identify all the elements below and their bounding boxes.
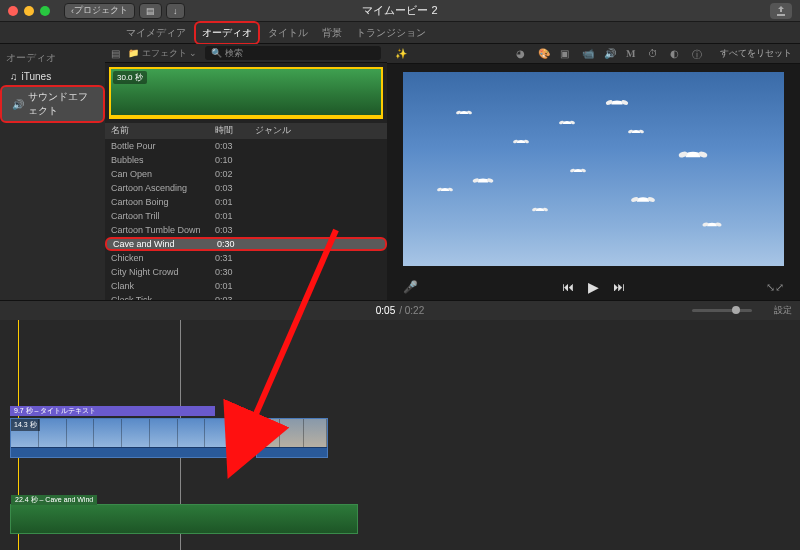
list-item[interactable]: Clock Tick0:03 bbox=[105, 293, 387, 300]
list-item[interactable]: Cartoon Ascending0:03 bbox=[105, 181, 387, 195]
list-item[interactable]: Cartoon Boing0:01 bbox=[105, 195, 387, 209]
play-button[interactable]: ▶ bbox=[588, 279, 599, 295]
timeline-settings[interactable]: 設定 bbox=[774, 304, 792, 317]
transition-button[interactable]: ⇆ bbox=[238, 430, 254, 446]
tab-audio[interactable]: オーディオ bbox=[194, 21, 260, 45]
window-title: マイムービー 2 bbox=[362, 3, 437, 18]
window-controls bbox=[8, 6, 50, 16]
tab-my-media[interactable]: マイメディア bbox=[120, 23, 192, 43]
folder-icon: 📁 bbox=[128, 48, 139, 58]
reset-button[interactable]: すべてをリセット bbox=[720, 47, 792, 60]
row-time: 0:03 bbox=[215, 141, 255, 151]
audio-sidebar: オーディオ ♫ iTunes 🔊 サウンドエフェクト bbox=[0, 44, 105, 300]
row-time: 0:31 bbox=[215, 253, 255, 263]
sidebar-item-itunes[interactable]: ♫ iTunes bbox=[0, 68, 105, 85]
video-clip-2[interactable] bbox=[256, 418, 328, 458]
sidebar-itunes-label: iTunes bbox=[22, 71, 52, 82]
viewer-toolbar: ✨ ◕ 🎨 ▣ 📹 🔊 𝚳 ⏱ ◐ ⓘ すべてをリセット bbox=[387, 44, 800, 64]
titlebar: ‹ プロジェクト ▤ ↓ マイムービー 2 bbox=[0, 0, 800, 22]
list-item[interactable]: Bubbles0:10 bbox=[105, 153, 387, 167]
filter-icon[interactable]: ◐ bbox=[670, 48, 682, 60]
current-time: 0:05 bbox=[376, 305, 395, 316]
search-input[interactable]: 🔍 検索 bbox=[205, 46, 381, 60]
playback-controls: 🎤 ⏮ ▶ ⏭ ⤡⤢ bbox=[387, 274, 800, 300]
title-clip-label: 9.7 秒 – タイトルテキスト bbox=[14, 406, 96, 416]
crop-icon[interactable]: ▣ bbox=[560, 48, 572, 60]
row-name: Chicken bbox=[105, 253, 215, 263]
microphone-icon[interactable]: 🎤 bbox=[403, 280, 418, 294]
list-item[interactable]: Can Open0:02 bbox=[105, 167, 387, 181]
minimize-icon[interactable] bbox=[24, 6, 34, 16]
video-clip-1[interactable]: 14.3 秒 bbox=[10, 418, 234, 458]
row-name: Bubbles bbox=[105, 155, 215, 165]
row-time: 0:01 bbox=[215, 197, 255, 207]
col-time[interactable]: 時間 bbox=[215, 124, 255, 137]
fullscreen-icon[interactable]: ⤡⤢ bbox=[766, 281, 784, 294]
list-item[interactable]: Cartoon Tumble Down0:03 bbox=[105, 223, 387, 237]
noise-icon[interactable]: 𝚳 bbox=[626, 48, 638, 60]
filter-dropdown[interactable]: 📁 エフェクト ⌄ bbox=[128, 47, 197, 60]
preview-duration: 30.0 秒 bbox=[113, 71, 147, 84]
row-time: 0:01 bbox=[215, 211, 255, 221]
viewer: ✨ ◕ 🎨 ▣ 📹 🔊 𝚳 ⏱ ◐ ⓘ すべてをリセット bbox=[387, 44, 800, 300]
music-icon: ♫ bbox=[10, 71, 18, 82]
row-name: Cave and Wind bbox=[107, 239, 217, 249]
row-time: 0:30 bbox=[217, 239, 257, 249]
total-duration: / 0:22 bbox=[399, 305, 424, 316]
zoom-slider[interactable] bbox=[692, 309, 752, 312]
maximize-icon[interactable] bbox=[40, 6, 50, 16]
list-item[interactable]: Bottle Pour0:03 bbox=[105, 139, 387, 153]
sidebar-header: オーディオ bbox=[0, 48, 105, 68]
waveform-preview[interactable]: 30.0 秒 bbox=[109, 67, 383, 119]
timeline[interactable]: 9.7 秒 – タイトルテキスト 14.3 秒 ⇆ 22.4 秒 – Cave … bbox=[0, 320, 800, 550]
sidebar-sfx-label: サウンドエフェクト bbox=[28, 90, 97, 118]
row-name: Clank bbox=[105, 281, 215, 291]
col-name[interactable]: 名前 bbox=[105, 124, 215, 137]
row-time: 0:03 bbox=[215, 183, 255, 193]
list-header: 名前 時間 ジャンル bbox=[105, 123, 387, 138]
row-time: 0:10 bbox=[215, 155, 255, 165]
share-button[interactable] bbox=[770, 3, 792, 19]
tab-transitions[interactable]: トランジション bbox=[350, 23, 432, 43]
row-time: 0:01 bbox=[215, 281, 255, 291]
list-icon[interactable]: ▤ bbox=[111, 48, 120, 59]
stabilize-icon[interactable]: 📹 bbox=[582, 48, 594, 60]
prev-button[interactable]: ⏮ bbox=[562, 280, 574, 294]
list-item[interactable]: Cave and Wind0:30 bbox=[105, 237, 387, 251]
row-name: Cartoon Tumble Down bbox=[105, 225, 215, 235]
title-clip[interactable]: 9.7 秒 – タイトルテキスト bbox=[10, 406, 215, 416]
magic-wand-icon[interactable]: ✨ bbox=[395, 48, 407, 60]
row-time: 0:02 bbox=[215, 169, 255, 179]
import-button[interactable]: ↓ bbox=[166, 3, 185, 19]
back-button[interactable]: ‹ プロジェクト bbox=[64, 3, 135, 19]
row-name: Can Open bbox=[105, 169, 215, 179]
tab-backgrounds[interactable]: 背景 bbox=[316, 23, 348, 43]
col-genre[interactable]: ジャンル bbox=[255, 124, 291, 137]
row-name: Cartoon Trill bbox=[105, 211, 215, 221]
video-preview[interactable] bbox=[403, 72, 784, 266]
audio-clip[interactable]: 22.4 秒 – Cave and Wind bbox=[10, 504, 358, 534]
sidebar-item-sound-effects[interactable]: 🔊 サウンドエフェクト bbox=[0, 85, 105, 123]
search-icon: 🔍 bbox=[211, 48, 222, 58]
volume-icon[interactable]: 🔊 bbox=[604, 48, 616, 60]
row-name: Bottle Pour bbox=[105, 141, 215, 151]
tab-titles[interactable]: タイトル bbox=[262, 23, 314, 43]
row-name: Cartoon Boing bbox=[105, 197, 215, 207]
sound-list: Bottle Pour0:03Bubbles0:10Can Open0:02Ca… bbox=[105, 139, 387, 300]
list-item[interactable]: City Night Crowd0:30 bbox=[105, 265, 387, 279]
color-balance-icon[interactable]: ◕ bbox=[516, 48, 528, 60]
list-item[interactable]: Clank0:01 bbox=[105, 279, 387, 293]
list-view-button[interactable]: ▤ bbox=[139, 3, 162, 19]
close-icon[interactable] bbox=[8, 6, 18, 16]
media-browser: ▤ 📁 エフェクト ⌄ 🔍 検索 30.0 秒 名前 時間 ジャンル Bottl… bbox=[105, 44, 387, 300]
list-item[interactable]: Chicken0:31 bbox=[105, 251, 387, 265]
speed-icon[interactable]: ⏱ bbox=[648, 48, 660, 60]
share-icon bbox=[776, 6, 786, 16]
search-placeholder: 検索 bbox=[225, 47, 243, 60]
info-icon[interactable]: ⓘ bbox=[692, 48, 704, 60]
color-correct-icon[interactable]: 🎨 bbox=[538, 48, 550, 60]
list-item[interactable]: Cartoon Trill0:01 bbox=[105, 209, 387, 223]
audio-clip-label: 22.4 秒 – Cave and Wind bbox=[11, 495, 97, 505]
next-button[interactable]: ⏭ bbox=[613, 280, 625, 294]
media-tabs: マイメディア オーディオ タイトル 背景 トランジション bbox=[0, 22, 800, 44]
